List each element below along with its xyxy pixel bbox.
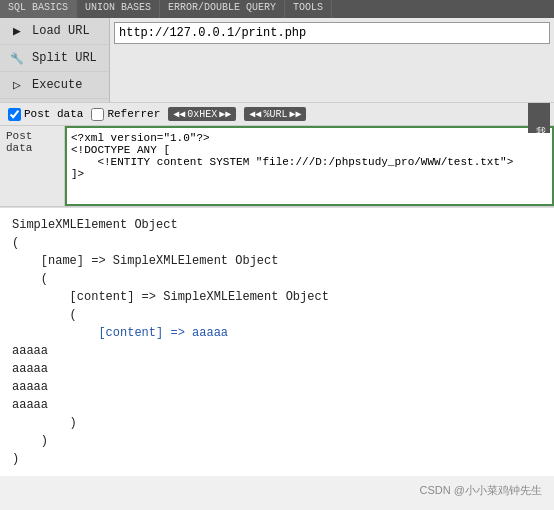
url-label: %URL xyxy=(263,109,287,120)
execute-button[interactable]: ▷ Execute xyxy=(0,72,109,99)
toolbar-actions: ▶ Load URL 🔧 Split URL ▷ Execute xyxy=(0,18,110,102)
output-line: aaaaa xyxy=(12,342,542,360)
split-url-icon: 🔧 xyxy=(8,49,26,67)
output-line: ( xyxy=(12,270,542,288)
output-line: [content] => SimpleXMLElement Object xyxy=(12,288,542,306)
url-input[interactable] xyxy=(114,22,550,44)
output-line: aaaaa xyxy=(12,360,542,378)
left-arrow-url: ◀◀ xyxy=(249,108,261,120)
load-url-button[interactable]: ▶ Load URL xyxy=(0,18,109,45)
post-data-row: Post data xyxy=(0,126,554,207)
post-data-checkbox-label[interactable]: Post data xyxy=(8,108,83,121)
split-url-button[interactable]: 🔧 Split URL xyxy=(0,45,109,72)
tab-union-bases[interactable]: UNION BASES xyxy=(77,0,160,18)
float-panel: 我 xyxy=(528,103,550,133)
toolbar: ▶ Load URL 🔧 Split URL ▷ Execute 我 xyxy=(0,18,554,103)
output-line: [name] => SimpleXMLElement Object xyxy=(12,252,542,270)
output-line: aaaaa xyxy=(12,378,542,396)
referrer-checkbox[interactable] xyxy=(91,108,104,121)
output-line: ( xyxy=(12,306,542,324)
watermark: CSDN @小小菜鸡钟先生 xyxy=(420,483,542,498)
hex-label: 0xHEX xyxy=(187,109,217,120)
hex-button[interactable]: ◀◀ 0xHEX ▶▶ xyxy=(168,107,236,121)
right-arrow-url: ▶▶ xyxy=(289,108,301,120)
url-encode-button[interactable]: ◀◀ %URL ▶▶ xyxy=(244,107,306,121)
options-row: Post data Referrer ◀◀ 0xHEX ▶▶ ◀◀ %URL ▶… xyxy=(0,103,554,126)
output-area: SimpleXMLElement Object( [name] => Simpl… xyxy=(0,207,554,476)
referrer-option-label: Referrer xyxy=(107,108,160,120)
right-arrow-hex: ▶▶ xyxy=(219,108,231,120)
post-data-label: Post data xyxy=(0,126,65,206)
load-url-icon: ▶ xyxy=(8,22,26,40)
output-line: ) xyxy=(12,450,542,468)
output-line: aaaaa xyxy=(12,396,542,414)
tab-error-query[interactable]: ERROR/DOUBLE QUERY xyxy=(160,0,285,18)
url-row xyxy=(114,22,550,44)
output-line: ( xyxy=(12,234,542,252)
output-line: ) xyxy=(12,432,542,450)
toolbar-url-area: 我 xyxy=(110,18,554,102)
post-data-checkbox[interactable] xyxy=(8,108,21,121)
referrer-checkbox-label[interactable]: Referrer xyxy=(91,108,160,121)
post-data-option-label: Post data xyxy=(24,108,83,120)
tab-sql-basics[interactable]: SQL BASICS xyxy=(0,0,77,18)
left-arrow-hex: ◀◀ xyxy=(173,108,185,120)
post-data-textarea[interactable] xyxy=(65,126,554,206)
split-url-label: Split URL xyxy=(32,51,97,65)
tab-tools[interactable]: TOOLS xyxy=(285,0,332,18)
output-line: SimpleXMLElement Object xyxy=(12,216,542,234)
load-url-label: Load URL xyxy=(32,24,90,38)
top-tabs-bar: SQL BASICS UNION BASES ERROR/DOUBLE QUER… xyxy=(0,0,554,18)
execute-label: Execute xyxy=(32,78,82,92)
output-line: ) xyxy=(12,414,542,432)
execute-icon: ▷ xyxy=(8,76,26,94)
output-line: [content] => aaaaa xyxy=(12,324,542,342)
